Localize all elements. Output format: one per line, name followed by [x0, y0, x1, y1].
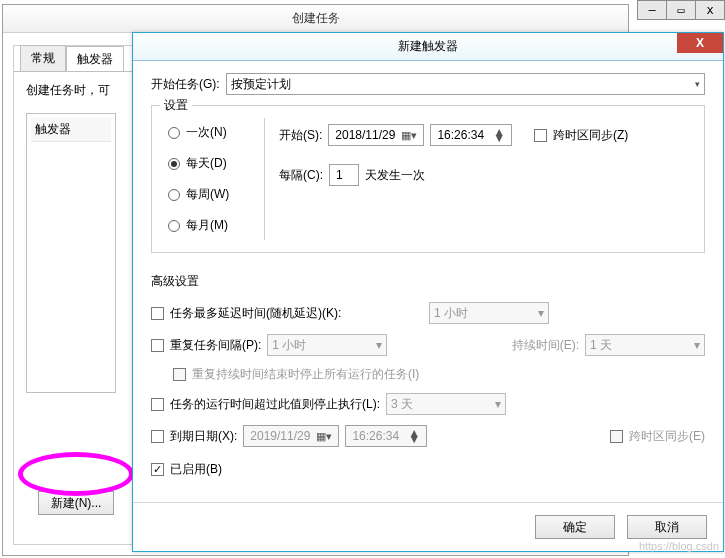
- dialog-title-text: 新建触发器: [398, 38, 458, 55]
- triggers-list-header: 触发器: [31, 118, 111, 142]
- radio-once[interactable]: 一次(N): [168, 124, 250, 141]
- stop-at-end-label: 重复持续时间结束时停止所有运行的任务(I): [192, 366, 419, 383]
- delay-label: 任务最多延迟时间(随机延迟)(K):: [170, 305, 341, 322]
- expire-time-input[interactable]: 16:26:34 ▲▼: [345, 425, 427, 447]
- delay-select[interactable]: 1 小时▾: [429, 302, 549, 324]
- ok-button[interactable]: 确定: [535, 515, 615, 539]
- stop-if-longer-label: 任务的运行时间超过此值则停止执行(L):: [170, 396, 380, 413]
- repeat-label: 重复任务间隔(P):: [170, 337, 261, 354]
- calendar-icon: ▦▾: [316, 430, 332, 443]
- duration-label: 持续时间(E):: [512, 337, 579, 354]
- settings-legend: 设置: [160, 97, 192, 114]
- parent-maximize-button[interactable]: ▭: [666, 0, 696, 20]
- create-task-title: 创建任务: [3, 5, 628, 33]
- enabled-label: 已启用(B): [170, 461, 222, 478]
- watermark: https://blog.csdn: [639, 540, 719, 552]
- sync-tz-checkbox[interactable]: [534, 129, 547, 142]
- expire-sync-checkbox: [610, 430, 623, 443]
- chevron-down-icon: ▾: [695, 79, 700, 89]
- begin-task-select[interactable]: 按预定计划 ▾: [226, 73, 705, 95]
- tab-triggers[interactable]: 触发器: [66, 46, 124, 72]
- start-date-input[interactable]: 2018/11/29 ▦▾: [328, 124, 424, 146]
- enabled-checkbox[interactable]: [151, 463, 164, 476]
- advanced-legend: 高级设置: [151, 273, 705, 290]
- start-label: 开始(S):: [279, 127, 322, 144]
- parent-minimize-button[interactable]: –: [637, 0, 667, 20]
- divider: [133, 502, 723, 503]
- settings-groupbox: 设置 一次(N) 每天(D) 每周(W) 每月(M) 开始(S): 2018/1…: [151, 105, 705, 253]
- parent-close-button[interactable]: x: [695, 0, 725, 20]
- recur-value-input[interactable]: 1: [329, 164, 359, 186]
- divider: [264, 118, 265, 240]
- spinner-icon: ▲▼: [493, 129, 505, 141]
- expire-label: 到期日期(X):: [170, 428, 237, 445]
- calendar-icon: ▦▾: [401, 129, 417, 142]
- schedule-radio-group: 一次(N) 每天(D) 每周(W) 每月(M): [164, 118, 254, 240]
- repeat-checkbox[interactable]: [151, 339, 164, 352]
- new-trigger-dialog: 新建触发器 X 开始任务(G): 按预定计划 ▾ 设置 一次(N) 每天(D) …: [132, 32, 724, 552]
- chevron-down-icon: ▾: [694, 338, 700, 352]
- stop-if-longer-checkbox[interactable]: [151, 398, 164, 411]
- cancel-button[interactable]: 取消: [627, 515, 707, 539]
- delay-checkbox[interactable]: [151, 307, 164, 320]
- repeat-select[interactable]: 1 小时▾: [267, 334, 387, 356]
- stop-if-longer-select[interactable]: 3 天▾: [386, 393, 506, 415]
- new-trigger-button[interactable]: 新建(N)...: [38, 491, 114, 515]
- chevron-down-icon: ▾: [538, 306, 544, 320]
- radio-weekly[interactable]: 每周(W): [168, 186, 250, 203]
- duration-select[interactable]: 1 天▾: [585, 334, 705, 356]
- expire-date-input[interactable]: 2019/11/29 ▦▾: [243, 425, 339, 447]
- recur-suffix: 天发生一次: [365, 167, 425, 184]
- radio-monthly[interactable]: 每月(M): [168, 217, 250, 234]
- expire-sync-label: 跨时区同步(E): [629, 428, 705, 445]
- chevron-down-icon: ▾: [495, 397, 501, 411]
- recur-label: 每隔(C):: [279, 167, 323, 184]
- chevron-down-icon: ▾: [376, 338, 382, 352]
- begin-task-value: 按预定计划: [231, 76, 291, 93]
- expire-checkbox[interactable]: [151, 430, 164, 443]
- begin-task-label: 开始任务(G):: [151, 76, 220, 93]
- tab-general[interactable]: 常规: [20, 45, 66, 71]
- dialog-body: 开始任务(G): 按预定计划 ▾ 设置 一次(N) 每天(D) 每周(W) 每月…: [133, 61, 723, 551]
- dialog-close-button[interactable]: X: [677, 33, 723, 53]
- dialog-title: 新建触发器 X: [133, 33, 723, 61]
- start-time-input[interactable]: 16:26:34 ▲▼: [430, 124, 512, 146]
- advanced-settings: 高级设置 任务最多延迟时间(随机延迟)(K): 1 小时▾ 重复任务间隔(P):…: [151, 273, 705, 478]
- sync-tz-label: 跨时区同步(Z): [553, 127, 628, 144]
- spinner-icon: ▲▼: [408, 430, 420, 442]
- triggers-list[interactable]: 触发器: [26, 113, 116, 393]
- stop-at-end-checkbox: [173, 368, 186, 381]
- radio-daily[interactable]: 每天(D): [168, 155, 250, 172]
